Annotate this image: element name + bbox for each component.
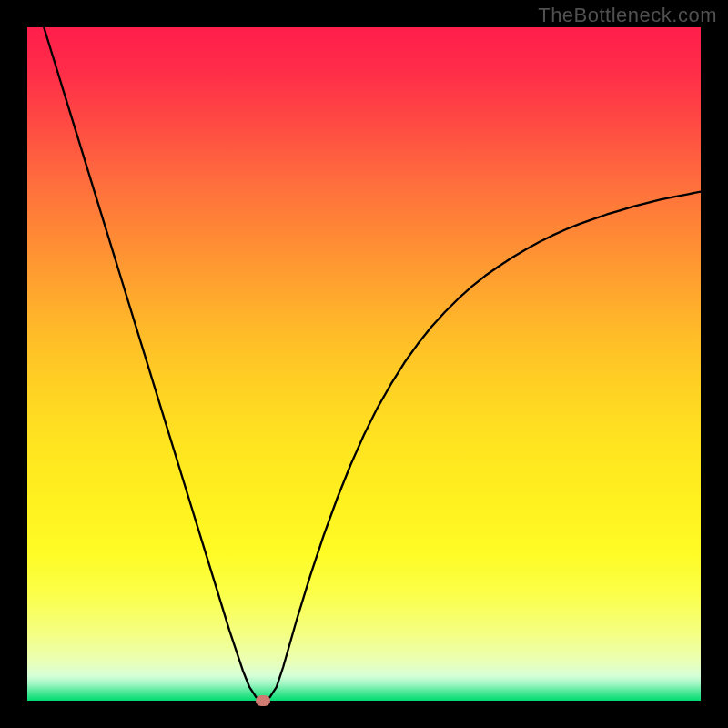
watermark-text: TheBottleneck.com bbox=[538, 4, 717, 27]
bottleneck-chart bbox=[27, 27, 701, 701]
gradient-background bbox=[27, 27, 701, 701]
optimal-point-marker bbox=[256, 695, 270, 706]
chart-frame: TheBottleneck.com bbox=[0, 0, 728, 728]
